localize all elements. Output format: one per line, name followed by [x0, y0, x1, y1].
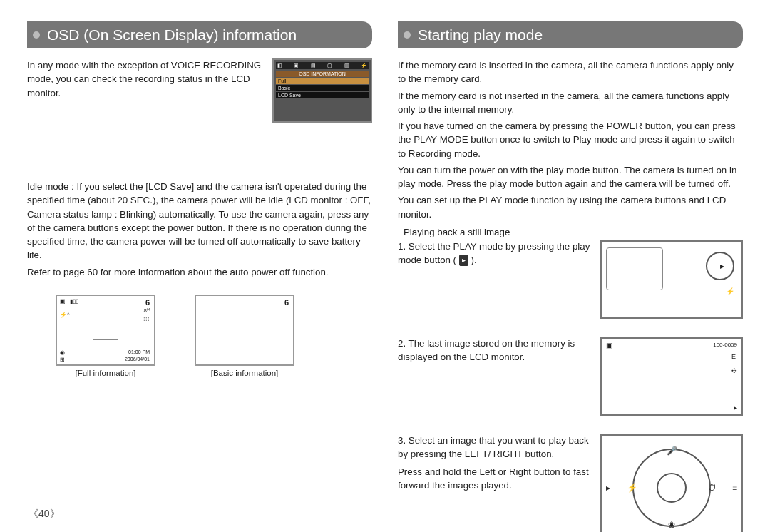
section-header-play: Starting play mode: [398, 21, 743, 48]
full-info-bl2-icon: ⊞: [60, 357, 65, 363]
lcd-menu-item-lcd-save: LCD Save: [276, 92, 369, 98]
nav-right-timer-icon: ⏱: [708, 483, 717, 493]
nav-up-mic-icon: 🎤: [667, 446, 677, 456]
fig2-play-icon: ▣: [606, 342, 612, 349]
full-info-figure: ▣ ▮▯▯ 6 8ᴹ ⁝⁝⁝ ⚡ᴬ ◉ ⊞ 01:00 PM 2006/04/0…: [56, 295, 155, 377]
full-info-caption: [Full information]: [75, 369, 135, 377]
nav-play-icon: ▸: [606, 483, 610, 493]
nav-left-flash-icon: ⚡: [627, 483, 637, 493]
page-number: 《40》: [29, 508, 60, 521]
idle-mode-text: Idle mode : If you select the [LCD Save]…: [27, 180, 372, 262]
refer-page60: Refer to page 60 for more information ab…: [27, 265, 372, 279]
header-play-text: Starting play mode: [418, 26, 543, 44]
full-info-bl1-icon: ◉: [60, 349, 65, 356]
full-info-size-icon: 8ᴹ: [144, 307, 150, 314]
play-p1: If the memory card is inserted in the ca…: [398, 58, 743, 86]
section-header-osd: OSD (On Screen Display) information: [27, 21, 372, 48]
step3-figure: 🎤 ❀ ⚡ ⏱ ≡ ▸: [600, 434, 743, 532]
step3-note: Press and hold the Left or Right button …: [398, 466, 592, 493]
basic-info-figure: 6 [Basic information]: [195, 295, 294, 377]
full-info-flash-icon: ⚡ᴬ: [60, 312, 69, 318]
step1-text-a: 1. Select the PLAY mode by pressing the …: [398, 241, 590, 265]
nav-menu-icon: ≡: [732, 483, 737, 493]
play-p2: If the memory card is not inserted in th…: [398, 89, 743, 117]
lcd-menu-item-full: Full: [276, 78, 369, 84]
camera-body-outline: [606, 247, 663, 290]
step1-figure: ▸ ⚡: [600, 240, 743, 319]
play-p4: You can turn the power on with the play …: [398, 163, 743, 191]
step3-text: 3. Select an image that you want to play…: [398, 434, 592, 461]
osd-intro: In any mode with the exception of VOICE …: [27, 58, 265, 100]
nav-down-macro-icon: ❀: [668, 520, 675, 530]
lcd-menu-title: OSD INFORMATION: [276, 71, 369, 77]
play-mode-button-icon: ▸: [459, 255, 468, 266]
nav-center-outline: [657, 473, 687, 503]
fig2-play-arrow-icon: ▸: [734, 404, 737, 411]
full-info-quality-icon: ⁝⁝⁝: [143, 316, 150, 322]
step2-text: 2. The last image stored on the memory i…: [398, 337, 600, 416]
fig2-file-number: 100-0009: [713, 342, 737, 348]
play-p3: If you have turned on the camera by pres…: [398, 119, 743, 160]
full-info-time: 01:00 PM: [128, 349, 150, 354]
step2-figure: ▣ 100-0009 E ✣ ▸: [600, 337, 743, 416]
fig2-mid-icon: ✣: [732, 367, 737, 374]
full-info-battery-icon: ▮▯▯: [70, 298, 78, 305]
play-subhead: Playing back a still image: [404, 227, 743, 237]
lcd-menu-illustration: ◧▣▤▢▥⚡ OSD INFORMATION Full Basic LCD Sa…: [272, 58, 372, 123]
header-osd-text: OSD (On Screen Display) information: [47, 26, 297, 44]
basic-info-caption: [Basic information]: [211, 369, 279, 377]
basic-info-count: 6: [284, 298, 289, 307]
play-icon: ▸: [720, 261, 724, 271]
lcd-menu-item-basic: Basic: [276, 85, 369, 91]
full-info-date: 2006/04/01: [125, 357, 150, 362]
step1-text-b: ).: [471, 255, 476, 265]
full-info-count: 6: [145, 298, 150, 307]
flash-icon: ⚡: [726, 287, 734, 295]
fig2-e-icon: E: [732, 353, 737, 360]
play-p5: You can set up the PLAY mode function by…: [398, 193, 743, 221]
full-info-tl-icon: ▣: [60, 298, 66, 305]
full-info-focus-frame: [93, 322, 118, 340]
